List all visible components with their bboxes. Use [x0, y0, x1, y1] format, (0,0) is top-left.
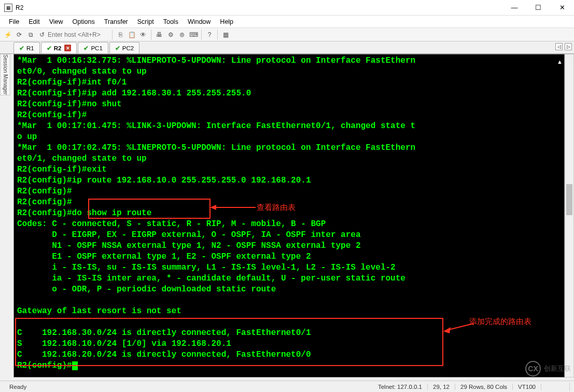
close-button[interactable]: ✕: [550, 0, 574, 16]
tab-prev-icon[interactable]: ◁: [555, 43, 563, 50]
status-ready: Ready: [4, 384, 373, 390]
host-input[interactable]: [48, 31, 110, 38]
reconnect-icon[interactable]: ↺: [36, 29, 48, 40]
status-indicators: [541, 383, 570, 391]
scroll-up-icon[interactable]: ▲: [557, 59, 563, 65]
grid-icon[interactable]: ▦: [220, 29, 231, 40]
check-icon: ✔: [115, 45, 120, 52]
help-icon[interactable]: ?: [204, 29, 215, 40]
status-term-type: VT100: [513, 384, 541, 390]
cascade-icon[interactable]: ⧉: [25, 29, 36, 40]
status-size: 29 Rows, 80 Cols: [455, 384, 513, 390]
status-connection: Telnet: 127.0.0.1: [373, 384, 428, 390]
terminal[interactable]: *Mar 1 00:16:32.775: %LINEPROTO-5-UPDOWN…: [13, 54, 565, 377]
keyboard-icon[interactable]: ⌨: [188, 29, 199, 40]
tab-next-icon[interactable]: ▷: [565, 43, 572, 50]
statusbar: Ready Telnet: 127.0.0.1 29, 12 29 Rows, …: [0, 381, 574, 392]
tab-label: PC1: [91, 45, 102, 51]
minimize-button[interactable]: —: [502, 0, 526, 16]
separator: [151, 30, 151, 40]
lightning-icon[interactable]: ⚡: [2, 29, 13, 40]
check-icon: ✔: [83, 45, 89, 52]
tabstrip: ✔R1 ✔R2✕ ✔PC1 ✔PC2 ◁ ▷: [0, 41, 574, 54]
copy-icon[interactable]: ⎘: [115, 29, 126, 40]
menu-window[interactable]: Window: [183, 18, 215, 25]
menubar: File Edit View Options Transfer Script T…: [0, 16, 574, 28]
tab-r1[interactable]: ✔R1: [13, 42, 40, 53]
tab-label: PC2: [122, 45, 134, 51]
tab-label: R2: [54, 45, 62, 51]
caps-icon: [547, 383, 555, 391]
menu-file[interactable]: File: [4, 18, 24, 25]
paste-icon[interactable]: 📋: [126, 29, 137, 40]
tab-r2[interactable]: ✔R2✕: [41, 42, 77, 53]
menu-view[interactable]: View: [45, 18, 68, 25]
titlebar: ▦ R2 — ☐ ✕: [0, 0, 574, 16]
vertical-scrollbar[interactable]: [565, 54, 574, 377]
status-cursor-pos: 29, 12: [428, 384, 455, 390]
print-icon[interactable]: 🖶: [153, 29, 165, 40]
session-manager-tab[interactable]: Session Manager: [0, 54, 10, 95]
separator: [112, 30, 113, 40]
tab-pc2[interactable]: ✔PC2: [109, 42, 139, 53]
globe-icon[interactable]: ⊚: [176, 29, 188, 40]
menu-help[interactable]: Help: [215, 18, 238, 25]
menu-transfer[interactable]: Transfer: [100, 18, 133, 25]
close-tab-icon[interactable]: ✕: [64, 45, 71, 51]
app-icon: ▦: [4, 4, 12, 12]
find-icon[interactable]: 👁: [137, 29, 149, 40]
tab-label: R1: [26, 45, 34, 51]
toolbar: ⚡ ⟳ ⧉ ↺ ⎘ 📋 👁 🖶 ⚙ ⊚ ⌨ ? ▦: [0, 28, 574, 41]
check-icon: ✔: [19, 45, 24, 52]
window-controls: — ☐ ✕: [502, 0, 574, 16]
terminal-output: *Mar 1 00:16:32.775: %LINEPROTO-5-UPDOWN…: [14, 54, 564, 372]
menu-script[interactable]: Script: [133, 18, 159, 25]
scrollbar-thumb[interactable]: [566, 184, 572, 215]
separator: [217, 30, 218, 40]
window-title: R2: [16, 4, 502, 11]
menu-tools[interactable]: Tools: [159, 18, 183, 25]
separator: [201, 30, 202, 40]
menu-edit[interactable]: Edit: [24, 18, 45, 25]
tab-pc1[interactable]: ✔PC1: [78, 42, 108, 53]
num-icon: [556, 383, 564, 391]
refresh-icon[interactable]: ⟳: [13, 29, 25, 40]
tab-nav: ◁ ▷: [555, 43, 572, 50]
check-icon: ✔: [47, 45, 52, 52]
settings-icon[interactable]: ⚙: [165, 29, 176, 40]
menu-options[interactable]: Options: [68, 18, 100, 25]
maximize-button[interactable]: ☐: [526, 0, 550, 16]
